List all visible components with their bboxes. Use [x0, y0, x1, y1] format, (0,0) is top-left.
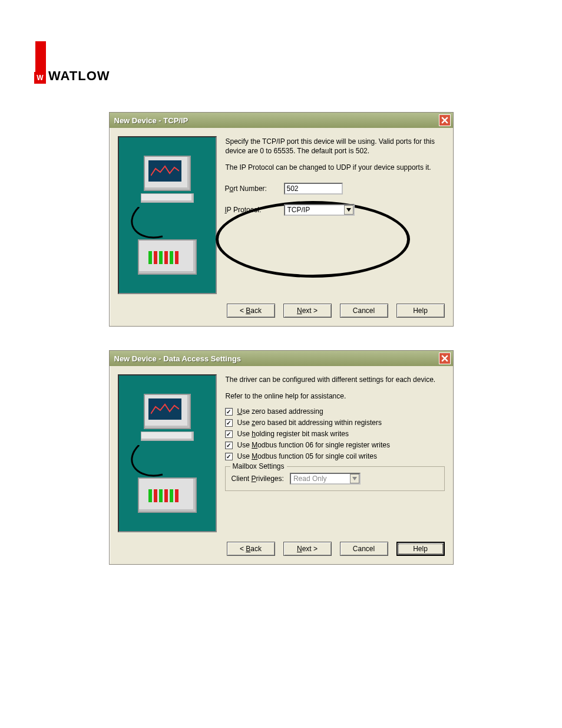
- checkbox-row: Use zero based addressing: [225, 407, 445, 416]
- checkbox-label: Use Modbus function 05 for single coil w…: [237, 452, 377, 460]
- description-text-2: Refer to the online help for assistance.: [225, 391, 445, 401]
- wizard-image: [118, 136, 217, 294]
- close-icon: [441, 355, 448, 362]
- description-text-2: The IP Protocol can be changed to UDP if…: [225, 162, 445, 173]
- checkbox-row: Use Modbus function 05 for single coil w…: [225, 452, 445, 460]
- device-icon: [138, 239, 197, 275]
- checkbox-row: Use Modbus function 06 for single regist…: [225, 441, 445, 449]
- chevron-down-icon: [350, 474, 359, 483]
- back-button[interactable]: < Back: [227, 304, 275, 318]
- fieldset-legend: Mailbox Settings: [230, 462, 287, 470]
- next-button[interactable]: Next >: [283, 542, 332, 556]
- cancel-button[interactable]: Cancel: [340, 542, 388, 556]
- logo-badge: W: [34, 72, 46, 84]
- dialog-title: New Device - TCP/IP: [114, 116, 189, 125]
- svg-marker-0: [346, 208, 351, 212]
- monitor-icon: [138, 394, 197, 441]
- dialog-tcpip: New Device - TCP/IP: [109, 112, 454, 327]
- close-button[interactable]: [439, 353, 451, 364]
- description-text-1: Specify the TCP/IP port this device will…: [225, 136, 445, 156]
- description-text-1: The driver can be configured with differ…: [225, 374, 445, 385]
- close-icon: [441, 117, 448, 124]
- checkbox[interactable]: [225, 430, 233, 438]
- ip-protocol-value: TCP/IP: [287, 206, 310, 214]
- device-icon: [138, 477, 197, 513]
- client-privileges-select: Read Only: [290, 473, 361, 485]
- chevron-down-icon: [344, 205, 353, 215]
- ip-protocol-label: IP Protocol:: [225, 206, 284, 214]
- brand-logo: W WATLOW: [35, 41, 527, 83]
- port-number-input[interactable]: [284, 183, 343, 195]
- svg-marker-1: [352, 477, 357, 480]
- next-button[interactable]: Next >: [283, 304, 332, 318]
- checkbox-label: Use Modbus function 06 for single regist…: [237, 441, 390, 449]
- checkbox-row: Use zero based bit addressing within reg…: [225, 419, 445, 427]
- mailbox-settings-group: Mailbox Settings Client Privileges: Read…: [225, 466, 445, 491]
- checkbox[interactable]: [225, 419, 233, 427]
- client-privileges-label: Client Privileges:: [232, 475, 284, 483]
- port-number-label: Port Number:: [225, 185, 284, 193]
- cancel-button[interactable]: Cancel: [340, 304, 388, 318]
- monitor-icon: [138, 156, 197, 203]
- back-button[interactable]: < Back: [227, 542, 275, 556]
- help-button[interactable]: Help: [396, 304, 445, 318]
- checkbox-label: Use holding register bit mask writes: [237, 430, 349, 438]
- titlebar: New Device - Data Access Settings: [110, 351, 453, 366]
- checkbox[interactable]: [225, 408, 233, 416]
- checkbox-row: Use holding register bit mask writes: [225, 430, 445, 438]
- wizard-image: [118, 374, 217, 532]
- dialog-title: New Device - Data Access Settings: [114, 354, 242, 363]
- checkbox-label: Use zero based bit addressing within reg…: [237, 419, 382, 427]
- help-button[interactable]: Help: [396, 542, 445, 556]
- logo-bar: W: [35, 41, 46, 83]
- checkbox[interactable]: [225, 453, 233, 460]
- client-privileges-value: Read Only: [293, 475, 327, 483]
- brand-name: WATLOW: [48, 68, 110, 84]
- checkbox[interactable]: [225, 442, 233, 449]
- close-button[interactable]: [439, 114, 451, 126]
- titlebar: New Device - TCP/IP: [110, 113, 453, 128]
- dialog-data-access: New Device - Data Access Settings: [109, 350, 454, 565]
- checkbox-label: Use zero based addressing: [237, 407, 323, 416]
- ip-protocol-select[interactable]: TCP/IP: [284, 204, 355, 216]
